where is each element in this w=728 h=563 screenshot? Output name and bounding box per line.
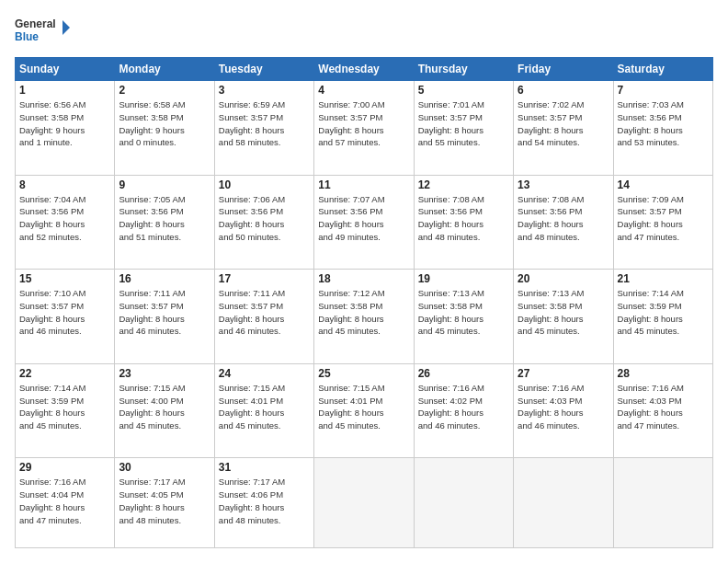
calendar-cell: 5Sunrise: 7:01 AMSunset: 3:57 PMDaylight… [414,81,513,176]
day-info: Sunrise: 7:02 AMSunset: 3:57 PMDaylight:… [518,98,609,149]
calendar-cell: 25Sunrise: 7:15 AMSunset: 4:01 PMDayligh… [314,363,414,458]
day-info: Sunrise: 7:01 AMSunset: 3:57 PMDaylight:… [418,98,509,149]
day-number: 21 [618,272,709,285]
day-info: Sunrise: 7:13 AMSunset: 3:58 PMDaylight:… [518,287,609,338]
day-number: 24 [219,367,310,380]
weekday-wednesday: Wednesday [314,58,414,81]
calendar-cell [314,458,414,548]
day-number: 16 [119,272,210,285]
week-row-1: 1Sunrise: 6:56 AMSunset: 3:58 PMDaylight… [16,81,713,176]
calendar-cell: 10Sunrise: 7:06 AMSunset: 3:56 PMDayligh… [214,175,313,270]
calendar-cell [613,458,712,548]
day-info: Sunrise: 7:15 AMSunset: 4:01 PMDaylight:… [318,382,409,432]
weekday-saturday: Saturday [613,58,712,81]
calendar-cell: 17Sunrise: 7:11 AMSunset: 3:57 PMDayligh… [214,270,313,364]
day-number: 29 [19,461,110,474]
calendar-cell: 21Sunrise: 7:14 AMSunset: 3:59 PMDayligh… [613,270,712,364]
day-number: 27 [518,367,609,380]
day-number: 22 [19,367,110,380]
calendar-cell: 11Sunrise: 7:07 AMSunset: 3:56 PMDayligh… [314,175,414,270]
day-info: Sunrise: 6:58 AMSunset: 3:58 PMDaylight:… [119,98,210,149]
day-info: Sunrise: 6:59 AMSunset: 3:57 PMDaylight:… [219,98,310,149]
day-number: 30 [119,461,210,474]
day-info: Sunrise: 7:14 AMSunset: 3:59 PMDaylight:… [618,287,709,338]
calendar-cell: 22Sunrise: 7:14 AMSunset: 3:59 PMDayligh… [16,363,115,458]
day-info: Sunrise: 7:04 AMSunset: 3:56 PMDaylight:… [19,193,110,244]
calendar-cell: 7Sunrise: 7:03 AMSunset: 3:56 PMDaylight… [613,81,712,176]
calendar-cell: 12Sunrise: 7:08 AMSunset: 3:56 PMDayligh… [414,175,513,270]
calendar-cell: 24Sunrise: 7:15 AMSunset: 4:01 PMDayligh… [214,363,313,458]
weekday-thursday: Thursday [414,58,513,81]
day-info: Sunrise: 7:15 AMSunset: 4:00 PMDaylight:… [119,382,210,432]
weekday-tuesday: Tuesday [214,58,313,81]
day-number: 17 [219,272,310,285]
logo: General Blue [15,15,70,48]
day-number: 4 [318,84,409,97]
day-number: 5 [418,84,509,97]
day-number: 15 [19,272,110,285]
day-number: 1 [19,84,110,97]
calendar-cell: 1Sunrise: 6:56 AMSunset: 3:58 PMDaylight… [16,81,115,176]
weekday-monday: Monday [115,58,214,81]
calendar-cell: 23Sunrise: 7:15 AMSunset: 4:00 PMDayligh… [115,363,214,458]
day-info: Sunrise: 7:16 AMSunset: 4:04 PMDaylight:… [19,476,110,526]
calendar-cell: 26Sunrise: 7:16 AMSunset: 4:02 PMDayligh… [414,363,513,458]
svg-marker-2 [63,20,70,35]
calendar-cell: 19Sunrise: 7:13 AMSunset: 3:58 PMDayligh… [414,270,513,364]
day-info: Sunrise: 7:06 AMSunset: 3:56 PMDaylight:… [219,193,310,244]
day-info: Sunrise: 7:17 AMSunset: 4:06 PMDaylight:… [219,476,310,526]
day-info: Sunrise: 7:16 AMSunset: 4:03 PMDaylight:… [618,382,709,432]
weekday-header-row: SundayMondayTuesdayWednesdayThursdayFrid… [16,58,713,81]
day-number: 2 [119,84,210,97]
day-info: Sunrise: 7:10 AMSunset: 3:57 PMDaylight:… [19,287,110,338]
day-number: 7 [618,84,709,97]
day-number: 18 [318,272,409,285]
day-number: 28 [618,367,709,380]
day-info: Sunrise: 7:13 AMSunset: 3:58 PMDaylight:… [418,287,509,338]
calendar-cell: 20Sunrise: 7:13 AMSunset: 3:58 PMDayligh… [514,270,613,364]
calendar-cell: 14Sunrise: 7:09 AMSunset: 3:57 PMDayligh… [613,175,712,270]
day-info: Sunrise: 7:08 AMSunset: 3:56 PMDaylight:… [518,193,609,244]
day-number: 19 [418,272,509,285]
day-number: 13 [518,178,609,191]
calendar-cell: 9Sunrise: 7:05 AMSunset: 3:56 PMDaylight… [115,175,214,270]
day-number: 9 [119,178,210,191]
calendar-cell: 28Sunrise: 7:16 AMSunset: 4:03 PMDayligh… [613,363,712,458]
week-row-5: 29Sunrise: 7:16 AMSunset: 4:04 PMDayligh… [16,458,713,548]
calendar-cell: 8Sunrise: 7:04 AMSunset: 3:56 PMDaylight… [16,175,115,270]
day-number: 31 [219,461,310,474]
calendar-cell: 27Sunrise: 7:16 AMSunset: 4:03 PMDayligh… [514,363,613,458]
calendar-cell: 4Sunrise: 7:00 AMSunset: 3:57 PMDaylight… [314,81,414,176]
day-number: 14 [618,178,709,191]
day-info: Sunrise: 7:11 AMSunset: 3:57 PMDaylight:… [219,287,310,338]
day-info: Sunrise: 7:12 AMSunset: 3:58 PMDaylight:… [318,287,409,338]
day-number: 25 [318,367,409,380]
logo-svg: General Blue [15,15,70,48]
calendar-cell: 31Sunrise: 7:17 AMSunset: 4:06 PMDayligh… [214,458,313,548]
calendar-cell: 29Sunrise: 7:16 AMSunset: 4:04 PMDayligh… [16,458,115,548]
day-info: Sunrise: 7:05 AMSunset: 3:56 PMDaylight:… [119,193,210,244]
week-row-4: 22Sunrise: 7:14 AMSunset: 3:59 PMDayligh… [16,363,713,458]
day-info: Sunrise: 7:11 AMSunset: 3:57 PMDaylight:… [119,287,210,338]
calendar-cell: 15Sunrise: 7:10 AMSunset: 3:57 PMDayligh… [16,270,115,364]
day-info: Sunrise: 7:14 AMSunset: 3:59 PMDaylight:… [19,382,110,432]
header: General Blue [15,15,713,48]
day-number: 11 [318,178,409,191]
day-info: Sunrise: 7:08 AMSunset: 3:56 PMDaylight:… [418,193,509,244]
calendar-body: 1Sunrise: 6:56 AMSunset: 3:58 PMDaylight… [16,81,713,548]
svg-text:General: General [15,17,56,30]
calendar-cell: 30Sunrise: 7:17 AMSunset: 4:05 PMDayligh… [115,458,214,548]
day-info: Sunrise: 7:16 AMSunset: 4:03 PMDaylight:… [518,382,609,432]
week-row-2: 8Sunrise: 7:04 AMSunset: 3:56 PMDaylight… [16,175,713,270]
calendar-cell: 6Sunrise: 7:02 AMSunset: 3:57 PMDaylight… [514,81,613,176]
calendar-cell: 2Sunrise: 6:58 AMSunset: 3:58 PMDaylight… [115,81,214,176]
calendar-cell [414,458,513,548]
calendar-cell: 18Sunrise: 7:12 AMSunset: 3:58 PMDayligh… [314,270,414,364]
day-info: Sunrise: 7:03 AMSunset: 3:56 PMDaylight:… [618,98,709,149]
day-info: Sunrise: 7:15 AMSunset: 4:01 PMDaylight:… [219,382,310,432]
calendar-cell: 3Sunrise: 6:59 AMSunset: 3:57 PMDaylight… [214,81,313,176]
weekday-sunday: Sunday [16,58,115,81]
day-number: 3 [219,84,310,97]
calendar-cell: 16Sunrise: 7:11 AMSunset: 3:57 PMDayligh… [115,270,214,364]
day-number: 8 [19,178,110,191]
